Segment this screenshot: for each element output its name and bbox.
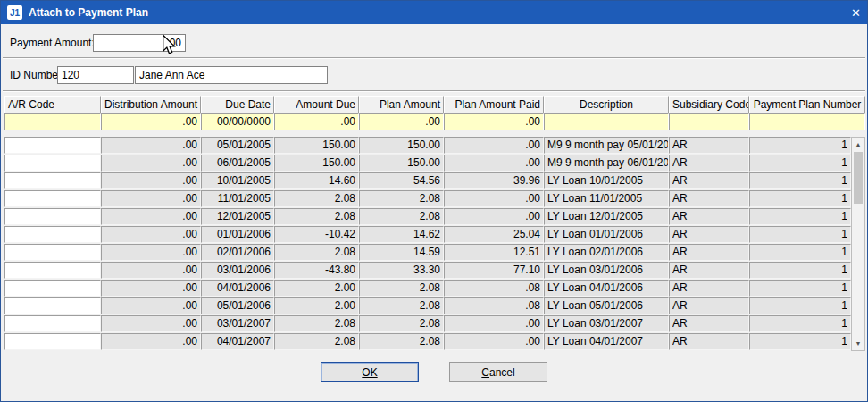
- grid-cell[interactable]: .00: [101, 333, 201, 350]
- grid-cell[interactable]: [4, 137, 101, 154]
- grid-cell[interactable]: LY Loan 11/01/2005: [544, 190, 669, 207]
- grid-cell[interactable]: .00: [101, 155, 201, 172]
- column-header-amount-due[interactable]: Amount Due: [274, 96, 359, 113]
- grid-cell[interactable]: 1: [749, 280, 851, 297]
- grid-cell[interactable]: LY Loan 02/01/2006: [544, 244, 669, 261]
- grid-cell[interactable]: 2.08: [359, 315, 444, 332]
- grid-cell[interactable]: .00: [101, 137, 201, 154]
- grid-cell[interactable]: AR: [669, 315, 749, 332]
- grid-cell[interactable]: LY Loan 05/01/2006: [544, 297, 669, 314]
- grid-cell[interactable]: .00: [444, 137, 544, 154]
- grid-cell[interactable]: .00: [101, 208, 201, 225]
- grid-cell[interactable]: AR: [669, 155, 749, 172]
- grid-cell[interactable]: M9 9 month pay 05/01/200: [544, 137, 669, 154]
- grid-cell[interactable]: 2.08: [359, 297, 444, 314]
- table-row[interactable]: .0011/01/20052.082.08.00LY Loan 11/01/20…: [4, 190, 851, 207]
- scroll-thumb[interactable]: [854, 152, 863, 204]
- grid-cell[interactable]: .00: [101, 226, 201, 243]
- grid-cell[interactable]: 04/01/2007: [201, 333, 274, 350]
- grid-cell[interactable]: 1: [749, 155, 851, 172]
- grid-cell[interactable]: 1: [749, 137, 851, 154]
- grid-cell[interactable]: 2.08: [359, 280, 444, 297]
- grid-cell[interactable]: LY Loan 12/01/2005: [544, 208, 669, 225]
- grid-cell[interactable]: AR: [669, 297, 749, 314]
- grid-cell[interactable]: 1: [749, 172, 851, 189]
- table-row[interactable]: .0004/01/20062.002.08.08LY Loan 04/01/20…: [4, 280, 851, 297]
- grid-cell[interactable]: [4, 333, 101, 350]
- grid-cell[interactable]: .00: [101, 262, 201, 279]
- grid-cell[interactable]: AR: [669, 244, 749, 261]
- grid-cell[interactable]: [4, 172, 101, 189]
- grid-cell[interactable]: 04/01/2006: [201, 280, 274, 297]
- entry-cell-payment-plan-number[interactable]: [749, 113, 865, 130]
- scroll-track[interactable]: [852, 204, 864, 337]
- grid-cell[interactable]: 1: [749, 333, 851, 350]
- grid-cell[interactable]: 2.08: [274, 190, 359, 207]
- cancel-button[interactable]: Cancel: [449, 362, 547, 382]
- grid-cell[interactable]: .00: [101, 244, 201, 261]
- grid-cell[interactable]: [4, 262, 101, 279]
- entry-cell-a-r-code[interactable]: [4, 113, 101, 130]
- grid-cell[interactable]: -43.80: [274, 262, 359, 279]
- scroll-up-icon[interactable]: ▲: [852, 138, 864, 151]
- grid-cell[interactable]: .08: [444, 280, 544, 297]
- grid-cell[interactable]: .00: [101, 297, 201, 314]
- grid-cell[interactable]: .00: [444, 155, 544, 172]
- grid-cell[interactable]: AR: [669, 333, 749, 350]
- table-row[interactable]: .0006/01/2005150.00150.00.00M9 9 month p…: [4, 155, 851, 172]
- grid-cell[interactable]: AR: [669, 208, 749, 225]
- grid-cell[interactable]: [4, 190, 101, 207]
- grid-cell[interactable]: AR: [669, 190, 749, 207]
- grid-cell[interactable]: 11/01/2005: [201, 190, 274, 207]
- grid-cell[interactable]: 39.96: [444, 172, 544, 189]
- grid-cell[interactable]: 14.59: [359, 244, 444, 261]
- grid-cell[interactable]: 12/01/2005: [201, 208, 274, 225]
- grid-cell[interactable]: 10/01/2005: [201, 172, 274, 189]
- grid-cell[interactable]: 2.08: [274, 244, 359, 261]
- entry-cell-description[interactable]: [544, 113, 669, 130]
- id-number-input[interactable]: 120: [57, 66, 134, 84]
- grid-cell[interactable]: 2.00: [274, 280, 359, 297]
- grid-cell[interactable]: 1: [749, 315, 851, 332]
- grid-cell[interactable]: LY Loan 03/01/2006: [544, 262, 669, 279]
- table-row[interactable]: .0003/01/20072.082.08.00LY Loan 03/01/20…: [4, 315, 851, 332]
- entry-cell-subsidiary-code[interactable]: [669, 113, 749, 130]
- table-row[interactable]: .0003/01/2006-43.8033.3077.10LY Loan 03/…: [4, 262, 851, 279]
- grid-cell[interactable]: .08: [444, 297, 544, 314]
- title-bar[interactable]: J1 Attach to Payment Plan ✕: [1, 1, 867, 24]
- grid-cell[interactable]: 33.30: [359, 262, 444, 279]
- column-header-payment-plan-number[interactable]: Payment Plan Number: [749, 96, 865, 113]
- close-icon[interactable]: ✕: [838, 6, 861, 20]
- grid-cell[interactable]: LY Loan 03/01/2007: [544, 315, 669, 332]
- grid-cell[interactable]: [4, 315, 101, 332]
- grid-cell[interactable]: .00: [101, 172, 201, 189]
- table-row[interactable]: .0010/01/200514.6054.5639.96LY Loan 10/0…: [4, 172, 851, 189]
- grid-cell[interactable]: 77.10: [444, 262, 544, 279]
- grid-cell[interactable]: 150.00: [274, 155, 359, 172]
- grid-cell[interactable]: 05/01/2006: [201, 297, 274, 314]
- grid-cell[interactable]: [4, 297, 101, 314]
- grid-cell[interactable]: 2.00: [274, 297, 359, 314]
- grid-cell[interactable]: LY Loan 04/01/2006: [544, 280, 669, 297]
- grid-cell[interactable]: 2.08: [359, 190, 444, 207]
- vertical-scrollbar[interactable]: ▲ ▼: [851, 137, 865, 351]
- grid-cell[interactable]: 54.56: [359, 172, 444, 189]
- grid-cell[interactable]: 150.00: [359, 137, 444, 154]
- grid-cell[interactable]: .00: [101, 315, 201, 332]
- grid-cell[interactable]: AR: [669, 137, 749, 154]
- entry-cell-plan-amount[interactable]: .00: [359, 113, 444, 130]
- table-row[interactable]: .0004/01/20072.082.08.00LY Loan 04/01/20…: [4, 333, 851, 350]
- grid-cell[interactable]: 1: [749, 244, 851, 261]
- grid-cell[interactable]: AR: [669, 280, 749, 297]
- column-header-description[interactable]: Description: [544, 96, 669, 113]
- column-header-a-r-code[interactable]: A/R Code: [4, 96, 101, 113]
- grid-cell[interactable]: AR: [669, 262, 749, 279]
- scroll-down-icon[interactable]: ▼: [852, 337, 864, 350]
- column-header-subsidiary-code[interactable]: Subsidiary Code: [669, 96, 749, 113]
- column-header-distribution-amount[interactable]: Distribution Amount: [101, 96, 201, 113]
- grid-cell[interactable]: 05/01/2005: [201, 137, 274, 154]
- grid-cell[interactable]: 2.08: [359, 208, 444, 225]
- grid-cell[interactable]: 2.08: [274, 315, 359, 332]
- grid-cell[interactable]: .00: [101, 280, 201, 297]
- grid-cell[interactable]: .00: [444, 315, 544, 332]
